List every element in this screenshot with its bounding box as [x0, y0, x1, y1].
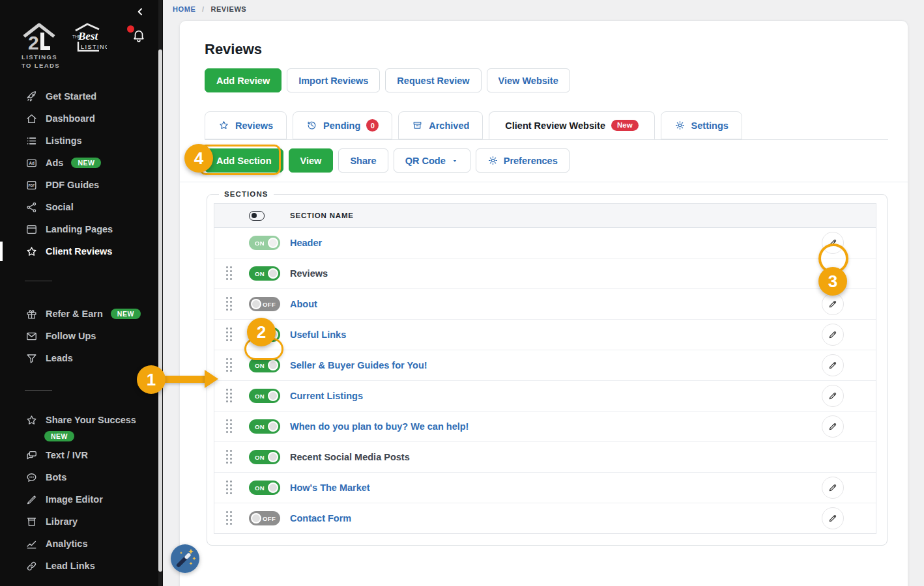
section-name[interactable]: Seller & Buyer Guides for You! — [290, 360, 427, 370]
sidebar-item-bots[interactable]: Bots — [0, 466, 156, 488]
the-best-listing-logo: THE Best LISTING — [70, 22, 107, 55]
sidebar-item-ads[interactable]: AdAdsNEW — [0, 152, 156, 174]
import-reviews-button[interactable]: Import Reviews — [287, 68, 380, 92]
section-name[interactable]: Useful Links — [290, 329, 346, 340]
drag-handle[interactable] — [226, 450, 233, 464]
sidebar-item-client-reviews[interactable]: Client Reviews — [0, 240, 156, 262]
sidebar: 2 LISTINGSTO LEADS THE Best LISTING Get … — [0, 0, 163, 586]
qr-code-button[interactable]: QR Code — [394, 148, 470, 173]
breadcrumb-home-link[interactable]: HOME — [173, 5, 195, 13]
sections-panel: SECTIONS SECTION NAME ONHeaderONReviewsO… — [207, 190, 888, 546]
section-toggle[interactable]: ON — [249, 236, 280, 250]
annotation-step-badge-3: 3 — [818, 267, 847, 296]
section-name[interactable]: About — [290, 299, 317, 309]
edit-section-button[interactable] — [822, 354, 844, 376]
drag-handle[interactable] — [226, 358, 233, 372]
sidebar-scrollbar-thumb[interactable] — [158, 49, 162, 572]
tab-pending[interactable]: Pending0 — [293, 111, 392, 139]
svg-text:PDF: PDF — [28, 184, 35, 187]
sidebar-item-text-ivr[interactable]: Text / IVR — [0, 444, 156, 466]
drag-handle[interactable] — [226, 389, 233, 403]
logo-listing: LISTING — [81, 44, 107, 50]
section-name[interactable]: Contact Form — [290, 513, 351, 523]
add-review-button[interactable]: Add Review — [205, 68, 282, 92]
sidebar-item-landing-pages[interactable]: Landing Pages — [0, 218, 156, 240]
caret-icon — [451, 157, 459, 165]
sidebar-item-library[interactable]: Library — [0, 510, 156, 533]
sidebar-item-follow-ups[interactable]: Follow Ups — [0, 325, 156, 347]
drag-handle[interactable] — [226, 297, 233, 311]
section-toggle[interactable]: OFF — [249, 297, 280, 311]
section-name[interactable]: Current Listings — [290, 391, 363, 401]
section-name[interactable]: Header — [290, 238, 322, 248]
list-icon — [25, 135, 38, 147]
sidebar-divider — [25, 281, 52, 281]
sidebar-item-leads[interactable]: Leads — [0, 347, 156, 369]
tab-client-review-website[interactable]: Client Review WebsiteNew — [489, 111, 654, 139]
history-icon — [306, 120, 317, 131]
star-icon — [25, 414, 38, 426]
pencil-icon — [828, 421, 838, 432]
sidebar-collapse-button[interactable] — [135, 6, 145, 18]
section-name[interactable]: How's The Market — [290, 482, 370, 493]
preferences-button[interactable]: Preferences — [476, 148, 570, 173]
star-icon — [218, 120, 229, 131]
tab-archived[interactable]: Archived — [398, 111, 483, 139]
section-row-how-s-the-market: ONHow's The Market — [214, 473, 876, 503]
new-badge: NEW — [111, 309, 141, 320]
new-badge: NEW — [71, 158, 101, 169]
edit-section-button[interactable] — [822, 477, 844, 499]
drag-handle[interactable] — [226, 328, 233, 342]
section-name[interactable]: When do you plan to buy? We can help! — [290, 421, 469, 432]
sidebar-item-social[interactable]: Social — [0, 196, 156, 218]
star-icon — [25, 245, 38, 258]
section-name-column-header: SECTION NAME — [290, 212, 354, 219]
chat-icon — [25, 449, 38, 462]
notifications-bell-icon[interactable] — [132, 28, 146, 44]
tab-settings[interactable]: Settings — [661, 111, 742, 139]
pdf-icon: PDF — [25, 179, 38, 191]
view-website-button[interactable]: View Website — [487, 68, 570, 92]
request-review-button[interactable]: Request Review — [385, 68, 481, 92]
edit-section-button[interactable] — [822, 385, 844, 407]
gear-icon — [674, 120, 686, 131]
section-toggle[interactable]: ON — [249, 358, 280, 372]
section-toggle[interactable]: ON — [249, 266, 280, 281]
logo-best: Best — [78, 30, 99, 42]
review-actions-row: Add ReviewImport ReviewsRequest ReviewVi… — [205, 68, 570, 92]
sidebar-item-listings[interactable]: Listings — [0, 130, 156, 152]
sidebar-item-share-your-success[interactable]: Share Your Success — [0, 409, 156, 431]
sidebar-item-lead-links[interactable]: Lead Links — [0, 555, 156, 577]
drag-handle[interactable] — [226, 511, 233, 525]
section-toggle[interactable]: ON — [249, 389, 280, 403]
section-row-current-listings: ONCurrent Listings — [214, 381, 876, 412]
edit-section-button[interactable] — [822, 293, 844, 315]
section-row-contact-form: OFFContact Form — [214, 503, 876, 533]
home-icon — [25, 113, 38, 125]
sidebar-item-refer-earn[interactable]: Refer & EarnNEW — [0, 303, 156, 325]
section-toggle[interactable]: ON — [249, 419, 280, 434]
edit-section-button[interactable] — [822, 324, 844, 346]
share-button[interactable]: Share — [338, 148, 388, 173]
sidebar-item-analytics[interactable]: Analytics — [0, 533, 156, 555]
brush-icon — [25, 494, 38, 506]
drag-handle[interactable] — [226, 266, 233, 281]
edit-section-button[interactable] — [822, 507, 844, 529]
header-divider — [180, 182, 908, 182]
gift-icon — [25, 308, 38, 320]
archive-icon — [412, 120, 423, 131]
edit-section-button[interactable] — [822, 415, 844, 438]
assistant-wizard-button[interactable] — [171, 544, 199, 573]
drag-handle[interactable] — [226, 481, 233, 495]
sidebar-item-pdf-guides[interactable]: PDFPDF Guides — [0, 174, 156, 196]
drag-handle[interactable] — [226, 419, 233, 434]
sidebar-item-image-editor[interactable]: Image Editor — [0, 488, 156, 510]
sidebar-item-dashboard[interactable]: Dashboard — [0, 107, 156, 130]
view-button[interactable]: View — [289, 148, 334, 173]
pencil-icon — [828, 482, 838, 493]
section-toggle[interactable]: ON — [249, 450, 280, 464]
section-toggle[interactable]: ON — [249, 481, 280, 495]
sidebar-item-get-started[interactable]: Get Started — [0, 85, 156, 107]
tab-reviews[interactable]: Reviews — [205, 111, 287, 139]
section-toggle[interactable]: OFF — [249, 511, 280, 525]
